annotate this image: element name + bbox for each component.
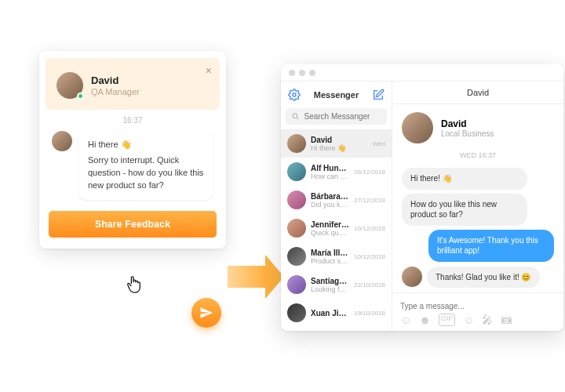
mic-icon[interactable]: 🎤︎ xyxy=(482,314,493,326)
send-fab-button[interactable] xyxy=(191,298,221,328)
outgoing-message: It's Awesome! Thank you this brilliant a… xyxy=(428,230,554,262)
chat-pane: David David Local Business WED 16:37 Hi … xyxy=(392,82,563,331)
gif-icon[interactable]: GIF xyxy=(439,314,455,326)
chat-widget: × David QA Manager 16:37 Hi there 👋 Sorr… xyxy=(39,51,226,249)
agent-role: QA Manager xyxy=(91,87,140,96)
conversation-item[interactable]: David Hi there 👋 Wed xyxy=(281,129,392,158)
incoming-message: Thanks! Glad you like it! 😊 xyxy=(427,267,540,289)
avatar xyxy=(287,134,306,153)
chat-contact-sub: Local Business xyxy=(441,129,494,138)
traffic-light-icon xyxy=(309,70,315,76)
chat-messages: Hi there! 👋 How do you like this new pro… xyxy=(392,164,563,292)
share-feedback-button[interactable]: Share Feedback xyxy=(49,211,217,238)
conversation-item[interactable]: Santiago... Looking for a place... 22/10… xyxy=(281,270,392,299)
conv-date: 10/12/2018 xyxy=(354,225,385,232)
smiley-icon[interactable]: ☺ xyxy=(463,314,474,326)
window-titlebar xyxy=(281,64,563,82)
conv-preview: Quick question - how xyxy=(311,229,349,237)
conv-date: 27/12/2018 xyxy=(354,197,385,204)
conv-preview: Looking for a place... xyxy=(311,285,349,293)
camera-icon[interactable]: 📷︎ xyxy=(501,314,512,326)
message-body: Sorry to interrupt. Quick question - how… xyxy=(88,154,204,192)
online-indicator xyxy=(77,93,84,100)
conv-preview: Did you know that... xyxy=(311,201,349,209)
conv-name: David xyxy=(311,136,368,144)
svg-point-1 xyxy=(293,114,297,118)
compose-input[interactable] xyxy=(400,302,556,310)
conversation-item[interactable]: Jennifer Re... Quick question - how 10/1… xyxy=(281,214,392,242)
svg-line-2 xyxy=(297,118,298,119)
conv-date: Wed xyxy=(373,140,385,147)
conv-preview: Product so far... xyxy=(311,257,349,265)
avatar xyxy=(287,191,306,209)
close-icon[interactable]: × xyxy=(206,64,212,77)
avatar xyxy=(52,131,72,151)
avatar xyxy=(287,162,306,181)
incoming-message: Hi there! 👋 xyxy=(402,168,527,190)
traffic-light-icon xyxy=(299,70,305,76)
message-bubble: Hi there 👋 Sorry to interrupt. Quick que… xyxy=(78,131,213,200)
conv-name: Santiago... xyxy=(311,277,349,285)
message-row: Hi there 👋 Sorry to interrupt. Quick que… xyxy=(47,131,218,200)
avatar xyxy=(402,112,433,143)
conversation-item[interactable]: Bárbara Co... Did you know that... 27/12… xyxy=(281,186,392,214)
message-greeting: Hi there 👋 xyxy=(88,139,204,151)
chat-header: David Local Business xyxy=(392,104,563,151)
svg-point-0 xyxy=(293,93,296,96)
emoji-icon[interactable]: ☻ xyxy=(419,314,431,326)
conv-name: Alf Huncoot xyxy=(311,164,349,172)
avatar xyxy=(287,275,306,294)
message-time: 16:37 xyxy=(47,116,218,125)
conv-name: Jennifer Re... xyxy=(311,220,349,229)
chat-contact-name: David xyxy=(441,118,494,129)
conversation-list: David Hi there 👋 Wed Alf Huncoot How can… xyxy=(281,129,392,331)
conv-date: 22/10/2018 xyxy=(354,281,385,289)
conv-name: María Illes... xyxy=(311,249,349,257)
conv-date: 10/12/2018 xyxy=(354,253,385,260)
agent-name: David xyxy=(91,74,140,86)
conversation-item[interactable]: Xuan Jingyi 19/10/2018 xyxy=(281,299,392,327)
compose-icon[interactable] xyxy=(371,88,385,102)
avatar xyxy=(287,219,306,238)
avatar xyxy=(402,267,422,287)
gear-icon[interactable] xyxy=(287,88,301,102)
widget-header: × David QA Manager xyxy=(46,58,220,110)
chat-title: David xyxy=(392,82,563,104)
transition-arrow xyxy=(228,255,284,299)
search-box[interactable] xyxy=(286,108,387,125)
avatar xyxy=(287,247,306,266)
search-icon xyxy=(292,112,299,121)
cursor-hand-icon xyxy=(126,274,143,299)
conversation-sidebar: Messenger David Hi there 👋 Wed Alf Hunco… xyxy=(281,82,392,331)
conv-preview: How can I help you? xyxy=(311,172,349,180)
traffic-light-icon xyxy=(289,70,295,76)
conv-preview: Hi there 👋 xyxy=(311,144,368,152)
conv-date: 19/10/2018 xyxy=(354,310,385,317)
sidebar-title: Messenger xyxy=(314,90,359,100)
conversation-item[interactable]: Alf Huncoot How can I help you? 28/12/20… xyxy=(281,158,392,186)
conv-date: 28/12/2018 xyxy=(354,169,385,176)
conversation-item[interactable]: María Illes... Product so far... 10/12/2… xyxy=(281,242,392,270)
send-icon xyxy=(199,306,213,320)
conv-name: Bárbara Co... xyxy=(311,192,349,201)
sticker-icon[interactable]: ☺ xyxy=(400,314,411,326)
search-input[interactable] xyxy=(304,112,381,121)
chat-date-divider: WED 16:37 xyxy=(392,151,563,159)
messenger-window: Messenger David Hi there 👋 Wed Alf Hunco… xyxy=(281,64,563,331)
avatar xyxy=(56,72,83,99)
avatar xyxy=(287,303,306,322)
compose-area: ☺ ☻ GIF ☺ 🎤︎ 📷︎ xyxy=(392,292,563,331)
conv-name: Xuan Jingyi xyxy=(311,309,349,318)
incoming-message: How do you like this new product so far? xyxy=(402,194,527,226)
